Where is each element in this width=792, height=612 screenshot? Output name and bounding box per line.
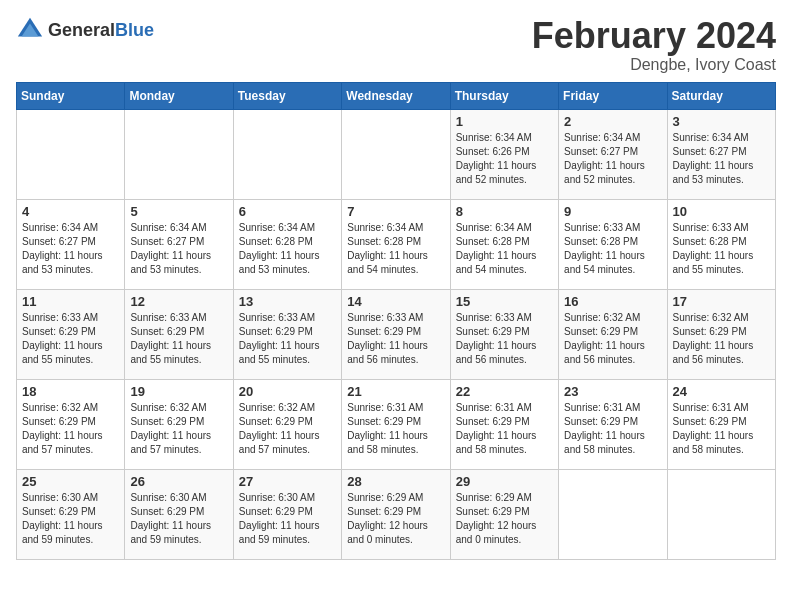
day-number: 10 [673,204,770,219]
day-cell [667,469,775,559]
day-info: Sunrise: 6:30 AM Sunset: 6:29 PM Dayligh… [22,491,119,547]
day-number: 3 [673,114,770,129]
logo-blue: Blue [115,20,154,40]
day-number: 21 [347,384,444,399]
day-cell: 26Sunrise: 6:30 AM Sunset: 6:29 PM Dayli… [125,469,233,559]
day-number: 6 [239,204,336,219]
day-info: Sunrise: 6:33 AM Sunset: 6:29 PM Dayligh… [130,311,227,367]
logo-icon [16,16,44,44]
day-info: Sunrise: 6:33 AM Sunset: 6:28 PM Dayligh… [564,221,661,277]
day-info: Sunrise: 6:30 AM Sunset: 6:29 PM Dayligh… [239,491,336,547]
day-info: Sunrise: 6:34 AM Sunset: 6:27 PM Dayligh… [130,221,227,277]
day-cell: 27Sunrise: 6:30 AM Sunset: 6:29 PM Dayli… [233,469,341,559]
day-number: 26 [130,474,227,489]
day-number: 20 [239,384,336,399]
day-info: Sunrise: 6:34 AM Sunset: 6:28 PM Dayligh… [347,221,444,277]
day-number: 14 [347,294,444,309]
col-header-thursday: Thursday [450,82,558,109]
day-info: Sunrise: 6:32 AM Sunset: 6:29 PM Dayligh… [239,401,336,457]
day-number: 23 [564,384,661,399]
calendar-header: SundayMondayTuesdayWednesdayThursdayFrid… [17,82,776,109]
title-area: February 2024 Dengbe, Ivory Coast [532,16,776,74]
day-cell: 17Sunrise: 6:32 AM Sunset: 6:29 PM Dayli… [667,289,775,379]
day-cell: 6Sunrise: 6:34 AM Sunset: 6:28 PM Daylig… [233,199,341,289]
day-cell: 28Sunrise: 6:29 AM Sunset: 6:29 PM Dayli… [342,469,450,559]
col-header-friday: Friday [559,82,667,109]
day-info: Sunrise: 6:31 AM Sunset: 6:29 PM Dayligh… [456,401,553,457]
day-info: Sunrise: 6:32 AM Sunset: 6:29 PM Dayligh… [130,401,227,457]
day-cell [342,109,450,199]
logo: GeneralBlue [16,16,154,44]
day-cell: 9Sunrise: 6:33 AM Sunset: 6:28 PM Daylig… [559,199,667,289]
day-number: 29 [456,474,553,489]
week-row-2: 11Sunrise: 6:33 AM Sunset: 6:29 PM Dayli… [17,289,776,379]
day-number: 28 [347,474,444,489]
day-cell: 1Sunrise: 6:34 AM Sunset: 6:26 PM Daylig… [450,109,558,199]
day-number: 13 [239,294,336,309]
day-number: 4 [22,204,119,219]
day-info: Sunrise: 6:34 AM Sunset: 6:27 PM Dayligh… [22,221,119,277]
day-number: 8 [456,204,553,219]
day-number: 19 [130,384,227,399]
day-cell [125,109,233,199]
col-header-monday: Monday [125,82,233,109]
day-cell: 7Sunrise: 6:34 AM Sunset: 6:28 PM Daylig… [342,199,450,289]
day-cell: 15Sunrise: 6:33 AM Sunset: 6:29 PM Dayli… [450,289,558,379]
day-info: Sunrise: 6:30 AM Sunset: 6:29 PM Dayligh… [130,491,227,547]
day-cell: 21Sunrise: 6:31 AM Sunset: 6:29 PM Dayli… [342,379,450,469]
day-number: 15 [456,294,553,309]
day-number: 2 [564,114,661,129]
day-info: Sunrise: 6:31 AM Sunset: 6:29 PM Dayligh… [673,401,770,457]
week-row-0: 1Sunrise: 6:34 AM Sunset: 6:26 PM Daylig… [17,109,776,199]
day-cell: 8Sunrise: 6:34 AM Sunset: 6:28 PM Daylig… [450,199,558,289]
day-info: Sunrise: 6:31 AM Sunset: 6:29 PM Dayligh… [564,401,661,457]
col-header-saturday: Saturday [667,82,775,109]
calendar-table: SundayMondayTuesdayWednesdayThursdayFrid… [16,82,776,560]
day-info: Sunrise: 6:34 AM Sunset: 6:27 PM Dayligh… [564,131,661,187]
day-cell: 25Sunrise: 6:30 AM Sunset: 6:29 PM Dayli… [17,469,125,559]
day-number: 16 [564,294,661,309]
day-info: Sunrise: 6:34 AM Sunset: 6:28 PM Dayligh… [456,221,553,277]
day-number: 12 [130,294,227,309]
day-cell: 19Sunrise: 6:32 AM Sunset: 6:29 PM Dayli… [125,379,233,469]
day-cell: 18Sunrise: 6:32 AM Sunset: 6:29 PM Dayli… [17,379,125,469]
day-number: 1 [456,114,553,129]
location: Dengbe, Ivory Coast [532,56,776,74]
day-cell: 3Sunrise: 6:34 AM Sunset: 6:27 PM Daylig… [667,109,775,199]
day-info: Sunrise: 6:32 AM Sunset: 6:29 PM Dayligh… [673,311,770,367]
day-info: Sunrise: 6:33 AM Sunset: 6:29 PM Dayligh… [347,311,444,367]
week-row-3: 18Sunrise: 6:32 AM Sunset: 6:29 PM Dayli… [17,379,776,469]
day-cell: 23Sunrise: 6:31 AM Sunset: 6:29 PM Dayli… [559,379,667,469]
day-info: Sunrise: 6:34 AM Sunset: 6:27 PM Dayligh… [673,131,770,187]
logo-general: General [48,20,115,40]
day-cell: 11Sunrise: 6:33 AM Sunset: 6:29 PM Dayli… [17,289,125,379]
day-cell [233,109,341,199]
month-year: February 2024 [532,16,776,56]
day-cell: 2Sunrise: 6:34 AM Sunset: 6:27 PM Daylig… [559,109,667,199]
day-number: 17 [673,294,770,309]
day-cell: 20Sunrise: 6:32 AM Sunset: 6:29 PM Dayli… [233,379,341,469]
day-number: 24 [673,384,770,399]
day-cell: 5Sunrise: 6:34 AM Sunset: 6:27 PM Daylig… [125,199,233,289]
col-header-tuesday: Tuesday [233,82,341,109]
day-info: Sunrise: 6:29 AM Sunset: 6:29 PM Dayligh… [347,491,444,547]
header: GeneralBlue February 2024 Dengbe, Ivory … [16,16,776,74]
day-number: 25 [22,474,119,489]
day-info: Sunrise: 6:31 AM Sunset: 6:29 PM Dayligh… [347,401,444,457]
day-number: 18 [22,384,119,399]
col-header-wednesday: Wednesday [342,82,450,109]
week-row-1: 4Sunrise: 6:34 AM Sunset: 6:27 PM Daylig… [17,199,776,289]
day-cell: 16Sunrise: 6:32 AM Sunset: 6:29 PM Dayli… [559,289,667,379]
day-cell: 10Sunrise: 6:33 AM Sunset: 6:28 PM Dayli… [667,199,775,289]
day-number: 27 [239,474,336,489]
day-info: Sunrise: 6:29 AM Sunset: 6:29 PM Dayligh… [456,491,553,547]
day-info: Sunrise: 6:33 AM Sunset: 6:29 PM Dayligh… [239,311,336,367]
day-cell: 14Sunrise: 6:33 AM Sunset: 6:29 PM Dayli… [342,289,450,379]
week-row-4: 25Sunrise: 6:30 AM Sunset: 6:29 PM Dayli… [17,469,776,559]
day-number: 9 [564,204,661,219]
day-info: Sunrise: 6:34 AM Sunset: 6:28 PM Dayligh… [239,221,336,277]
day-cell: 24Sunrise: 6:31 AM Sunset: 6:29 PM Dayli… [667,379,775,469]
day-info: Sunrise: 6:33 AM Sunset: 6:28 PM Dayligh… [673,221,770,277]
day-cell: 4Sunrise: 6:34 AM Sunset: 6:27 PM Daylig… [17,199,125,289]
day-cell [17,109,125,199]
